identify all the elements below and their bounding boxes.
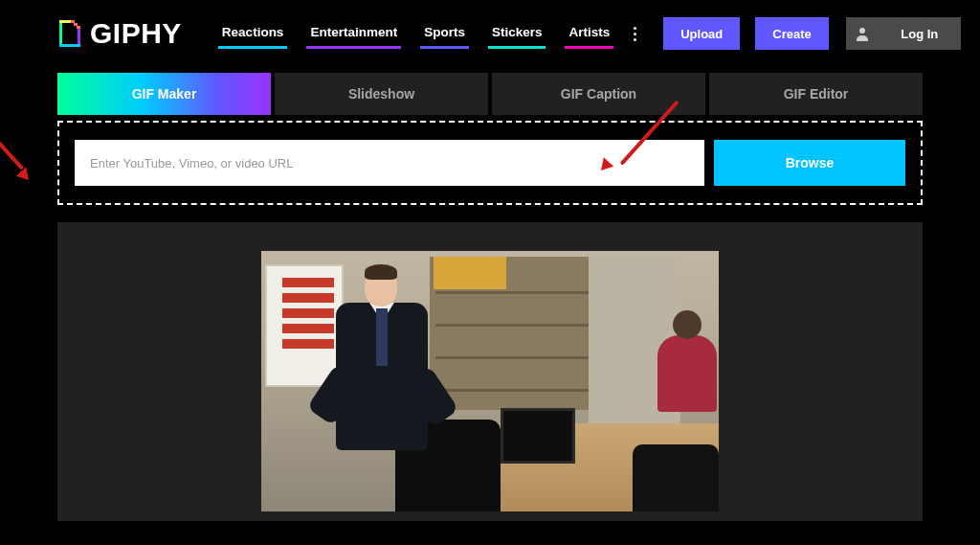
preview-area	[57, 222, 923, 521]
avatar[interactable]	[846, 17, 879, 50]
primary-nav: Reactions Entertainment Sports Stickers …	[211, 19, 644, 49]
svg-rect-5	[74, 23, 78, 26]
creator-tabs: GIF Maker Slideshow GIF Caption GIF Edit…	[57, 73, 923, 115]
svg-rect-6	[77, 26, 80, 29]
browse-button[interactable]: Browse	[714, 140, 905, 186]
upload-button[interactable]: Upload	[663, 17, 740, 50]
create-button[interactable]: Create	[755, 17, 828, 50]
main-content: GIF Maker Slideshow GIF Caption GIF Edit…	[0, 73, 980, 521]
more-menu-icon[interactable]	[625, 27, 644, 41]
brand-name: GIPHY	[90, 17, 182, 50]
giphy-logo[interactable]: GIPHY	[57, 17, 182, 50]
svg-rect-4	[71, 20, 75, 23]
nav-sports[interactable]: Sports	[412, 19, 477, 49]
giphy-logo-icon	[57, 18, 82, 49]
tab-gif-maker[interactable]: GIF Maker	[57, 73, 271, 115]
person-icon	[855, 26, 870, 41]
user-area: Log In	[846, 17, 961, 50]
svg-rect-0	[59, 22, 62, 45]
nav-stickers[interactable]: Stickers	[480, 19, 554, 49]
tab-gif-caption[interactable]: GIF Caption	[492, 73, 705, 115]
svg-point-7	[859, 28, 865, 34]
nav-artists[interactable]: Artists	[557, 19, 621, 49]
nav-reactions[interactable]: Reactions	[211, 19, 296, 49]
svg-rect-3	[59, 20, 72, 23]
top-header: GIPHY Reactions Entertainment Sports Sti…	[0, 0, 980, 59]
tab-gif-editor[interactable]: GIF Editor	[709, 73, 923, 115]
svg-rect-1	[78, 28, 80, 45]
nav-entertainment[interactable]: Entertainment	[299, 19, 409, 49]
video-preview	[261, 251, 719, 511]
video-url-input[interactable]	[75, 140, 704, 186]
svg-rect-2	[59, 44, 80, 47]
upload-dropzone[interactable]: Browse	[57, 121, 923, 205]
tab-slideshow[interactable]: Slideshow	[275, 73, 488, 115]
login-button[interactable]: Log In	[879, 17, 961, 50]
